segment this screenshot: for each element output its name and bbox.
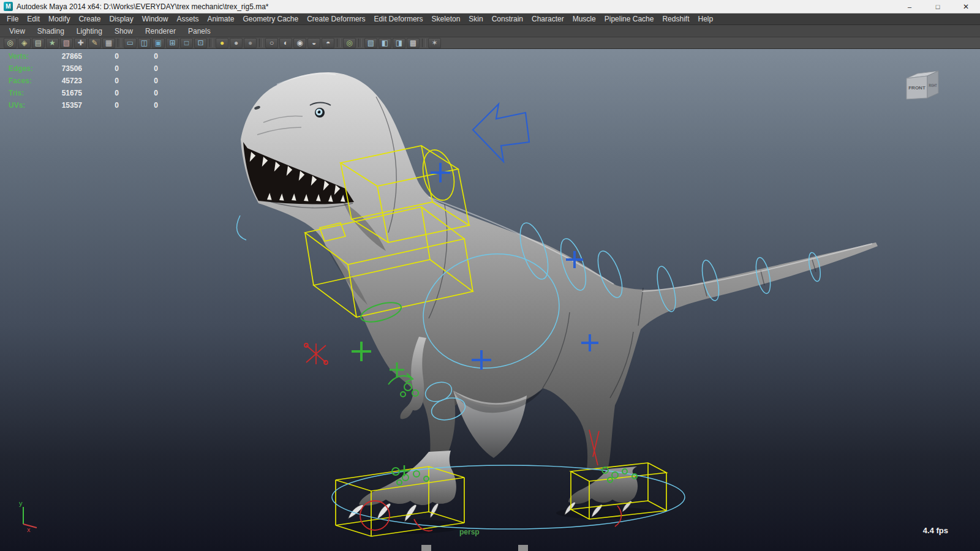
menu-item[interactable]: Skin [464, 13, 487, 24]
toolbar-separator[interactable] [358, 39, 362, 47]
hud-component-value: 0 [119, 89, 158, 97]
toolbar-separator[interactable] [209, 39, 213, 47]
hud-selected-value: 0 [82, 77, 119, 85]
hud-label: Edges: [0, 64, 49, 73]
hud-row: UVs: 15357 0 0 [0, 99, 158, 111]
grid-icon[interactable]: ▦ [102, 38, 115, 48]
isolate-select-icon[interactable]: ◎ [343, 38, 356, 48]
select-camera-icon[interactable]: ◎ [4, 38, 17, 48]
xray-joints-icon[interactable]: ◧ [379, 38, 391, 48]
menu-item[interactable]: Edit [23, 13, 44, 24]
hud-total-value: 51675 [49, 89, 82, 97]
hud-total-value: 45723 [49, 77, 82, 85]
hud-selected-value: 0 [82, 89, 119, 97]
viewport-canvas[interactable] [0, 49, 980, 551]
menu-item[interactable]: Character [527, 13, 568, 24]
hud-selected-value: 0 [82, 52, 119, 61]
menu-item[interactable]: Edit Deformers [370, 13, 428, 24]
panel-menu-item[interactable]: Lighting [70, 27, 108, 36]
trex-body[interactable] [241, 72, 878, 470]
hud-poly-count: Verts: 27865 0 0 Edges: 73506 0 0 Faces:… [0, 50, 158, 111]
x-axis-label: x [27, 526, 31, 533]
minimize-button[interactable]: – [895, 0, 924, 13]
gate-mask-icon[interactable]: ▣ [152, 38, 165, 48]
wireframe-display-icon[interactable]: ○ [265, 38, 278, 48]
toolbar-separator[interactable] [259, 39, 263, 47]
flat-lighting-icon[interactable]: ● [244, 38, 257, 48]
bookmark-icon[interactable]: ★ [46, 38, 59, 48]
maya-app-icon: M [4, 2, 13, 11]
resolution-gate-icon[interactable]: ◫ [138, 38, 151, 48]
menu-item[interactable]: Muscle [568, 13, 600, 24]
menu-item[interactable]: Create [74, 13, 105, 24]
hud-row: Verts: 27865 0 0 [0, 50, 158, 62]
hud-row: Edges: 73506 0 0 [0, 62, 158, 75]
menu-item[interactable]: File [2, 13, 23, 24]
grease-pencil-icon[interactable]: ✎ [88, 38, 101, 48]
panel-menu-bar: View Shading Lighting Show Renderer Pane… [0, 25, 980, 37]
menu-item[interactable]: Assets [172, 13, 203, 24]
toolbar-separator[interactable] [337, 39, 341, 47]
menu-item[interactable]: Pipeline Cache [600, 13, 658, 24]
hud-label: Tris: [0, 89, 49, 97]
toolbar-separator[interactable] [422, 39, 426, 47]
film-gate-icon[interactable]: ▭ [124, 38, 137, 48]
menu-item[interactable]: Create Deformers [303, 13, 369, 24]
trex-near-foot[interactable] [359, 451, 456, 506]
menu-item[interactable]: Constrain [488, 13, 527, 24]
main-menu-bar: File Edit Modify Create Display Window A… [0, 13, 980, 25]
panel-menu-item[interactable]: Panels [182, 27, 217, 36]
image-plane-icon[interactable]: ▧ [60, 38, 73, 48]
maximize-button[interactable]: □ [924, 0, 952, 13]
viewport-panel[interactable]: Verts: 27865 0 0 Edges: 73506 0 0 Faces:… [0, 49, 980, 551]
menu-item[interactable]: Help [693, 13, 717, 24]
timeline-fragment [421, 545, 528, 551]
menu-item[interactable]: Skeleton [428, 13, 465, 24]
shaded-display-icon[interactable]: ◐ [279, 38, 292, 48]
title-bar[interactable]: M Autodesk Maya 2014 x64: D:\Works\EVERY… [0, 0, 980, 13]
view-cube-right-label: RIGHT [929, 83, 937, 88]
menu-item[interactable]: Geometry Cache [239, 13, 303, 24]
all-lights-icon[interactable]: ◒ [307, 38, 320, 48]
menu-item[interactable]: Window [138, 13, 173, 24]
close-button[interactable]: ✕ [952, 0, 980, 13]
panel-menu-item[interactable]: Shading [31, 27, 70, 36]
window-controls: – □ ✕ [895, 0, 980, 13]
menu-item[interactable]: Redshift [658, 13, 693, 24]
window-title: Autodesk Maya 2014 x64: D:\Works\EVERYDA… [17, 2, 269, 11]
shadows-icon[interactable]: ◓ [322, 38, 334, 48]
menu-item[interactable]: Display [105, 13, 137, 24]
panel-menu-item[interactable]: Renderer [139, 27, 182, 36]
hud-row: Faces: 45723 0 0 [0, 75, 158, 87]
hud-row: Tris: 51675 0 0 [0, 87, 158, 99]
panel-menu-item[interactable]: Show [108, 27, 139, 36]
hud-component-value: 0 [119, 101, 158, 110]
safe-title-icon[interactable]: ⊡ [194, 38, 207, 48]
menu-item[interactable]: Modify [44, 13, 74, 24]
hud-selected-value: 0 [82, 101, 119, 110]
backface-culling-icon[interactable]: ◨ [393, 38, 405, 48]
xray-icon[interactable]: ▧ [364, 38, 377, 48]
hud-total-value: 15357 [49, 101, 82, 110]
menu-item[interactable]: Animate [203, 13, 238, 24]
toolbar-separator[interactable] [118, 39, 121, 47]
safe-action-icon[interactable]: □ [180, 38, 193, 48]
share-view-icon[interactable]: ✶ [428, 38, 441, 48]
lock-camera-icon[interactable]: ◈ [18, 38, 31, 48]
checker-texture-icon[interactable]: ▩ [407, 38, 420, 48]
camera-attributes-icon[interactable]: ▤ [32, 38, 45, 48]
axis-indicator: y x [9, 498, 43, 533]
hud-component-value: 0 [119, 52, 158, 61]
field-chart-icon[interactable]: ⊞ [166, 38, 179, 48]
panel-menu-item[interactable]: View [3, 27, 31, 36]
default-material-icon[interactable]: ● [216, 38, 228, 48]
hud-selected-value: 0 [82, 64, 119, 73]
textured-display-icon[interactable]: ◉ [293, 38, 306, 48]
hud-label: Faces: [0, 77, 49, 85]
two-sided-lighting-icon[interactable]: ● [230, 38, 243, 48]
view-cube[interactable]: FRONT RIGHT [898, 62, 949, 107]
hud-total-value: 27865 [49, 52, 82, 61]
view-cube-front-label: FRONT [908, 85, 925, 91]
two-d-pan-zoom-icon[interactable]: ✚ [74, 38, 87, 48]
hud-label: UVs: [0, 101, 49, 110]
